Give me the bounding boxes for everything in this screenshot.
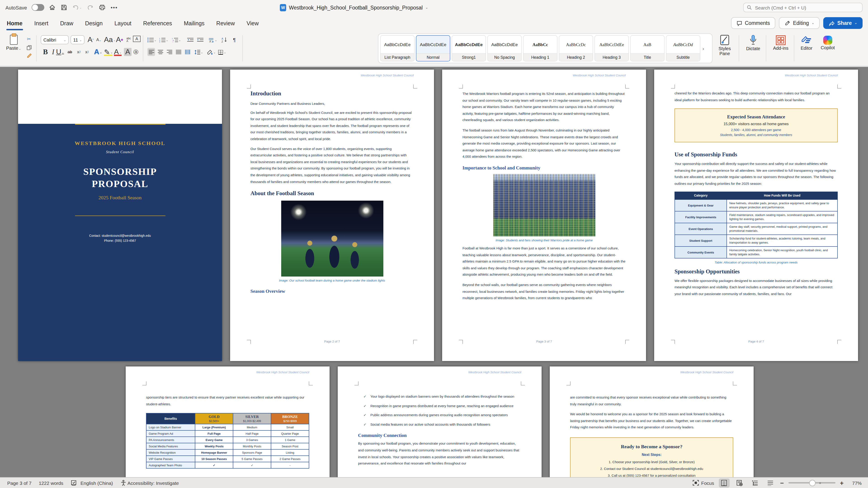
style-heading-3[interactable]: AaBbCcDdEe Heading 3 xyxy=(594,35,629,61)
align-left-icon[interactable] xyxy=(147,48,155,56)
tab-view[interactable]: View xyxy=(246,19,259,27)
zoom-in-button[interactable]: + xyxy=(840,479,844,486)
paste-button[interactable]: Paste⌄ xyxy=(4,34,23,51)
svg-text:i: i xyxy=(173,41,173,42)
clear-formatting-icon[interactable]: A◆ xyxy=(116,36,123,44)
justify-icon[interactable] xyxy=(175,48,182,56)
phonetic-guide-icon[interactable]: abcA xyxy=(125,36,132,44)
table-row: Game Program Ad Full Page Half Page Quar… xyxy=(146,430,309,437)
copilot-button[interactable]: Copilot xyxy=(817,34,838,51)
shading-icon[interactable]: ⌄ xyxy=(207,48,216,56)
grow-font-icon[interactable]: A^ xyxy=(87,36,94,44)
shrink-font-icon[interactable]: A⌄ xyxy=(95,36,103,44)
style-subtitle[interactable]: AaBbCcDd Subtitle xyxy=(666,35,700,61)
page-3[interactable]: Westbrook High School Student Council Th… xyxy=(442,70,646,361)
addins-button[interactable]: Add-ins xyxy=(770,34,792,51)
distribute-icon[interactable] xyxy=(184,48,191,56)
tab-design[interactable]: Design xyxy=(85,19,103,27)
proofing-icon[interactable] xyxy=(70,480,77,486)
page-5[interactable]: Westbrook High School Student Council sp… xyxy=(126,366,330,477)
decrease-indent-icon[interactable] xyxy=(186,36,194,44)
numbered-list-icon[interactable]: 123⌄ xyxy=(159,36,168,44)
borders-icon[interactable]: ⌄ xyxy=(218,48,226,56)
print-layout-view-button[interactable] xyxy=(719,478,730,487)
style-list-paragraph[interactable]: AaBbCcDdEe List Paragraph xyxy=(380,35,414,61)
highlight-color-icon[interactable]: ✎⌄ xyxy=(104,48,113,56)
subscript-icon[interactable]: x2 xyxy=(75,48,83,56)
title-dropdown-icon[interactable]: ⌄ xyxy=(426,6,428,9)
zoom-out-button[interactable]: − xyxy=(780,479,784,486)
tab-draw[interactable]: Draw xyxy=(60,19,74,27)
align-center-icon[interactable] xyxy=(156,48,164,56)
page-2[interactable]: Westbrook High School Student Council In… xyxy=(230,70,434,361)
page-1-cover[interactable]: WESTBROOK HIGH SCHOOL Student Council SP… xyxy=(18,70,222,361)
tab-mailings[interactable]: Mailings xyxy=(183,19,205,27)
accessibility-icon[interactable] xyxy=(120,480,127,486)
sort-icon[interactable]: AZ xyxy=(221,36,228,44)
format-painter-icon[interactable] xyxy=(26,53,32,59)
style-normal[interactable]: AaBbCcDdEe Normal xyxy=(416,35,450,61)
enclose-characters-icon[interactable]: ⓐ xyxy=(132,48,140,56)
copy-icon[interactable] xyxy=(26,45,32,51)
document-canvas[interactable]: WESTBROOK HIGH SCHOOL Student Council SP… xyxy=(0,67,868,477)
increase-indent-icon[interactable] xyxy=(196,36,204,44)
editing-mode-button[interactable]: Editing⌄ xyxy=(779,17,819,29)
page-header: Westbrook High School Student Council xyxy=(785,74,838,77)
editor-button[interactable]: Editor xyxy=(797,34,816,51)
font-name-select[interactable]: Calibri⌄ xyxy=(41,35,69,44)
underline-icon[interactable]: U⌄ xyxy=(56,48,64,56)
strikethrough-icon[interactable]: ab xyxy=(66,48,74,56)
style-strong1[interactable]: AaBbCcDdEe Strong1 xyxy=(452,35,486,61)
styles-gallery-expand-icon[interactable]: › xyxy=(703,46,704,51)
tab-layout[interactable]: Layout xyxy=(114,19,132,27)
style-no-spacing[interactable]: AaBbCcDdEe No Spacing xyxy=(487,35,522,61)
bullet-list-icon[interactable]: ⌄ xyxy=(147,36,156,44)
styles-pane-button[interactable]: Styles Pane xyxy=(714,34,735,56)
bold-icon[interactable]: B xyxy=(41,48,49,56)
document-title[interactable]: Westbrook_High_School_Football_Sponsorsh… xyxy=(289,5,423,10)
status-bar: Page 3 of 7 1222 words English (China) A… xyxy=(0,477,868,488)
search-box[interactable] xyxy=(743,3,863,12)
multilevel-list-icon[interactable]: 1ai⌄ xyxy=(172,36,181,44)
page-6[interactable]: Westbrook High School Student Council ✓ … xyxy=(338,366,541,477)
character-border-icon[interactable]: A xyxy=(133,36,141,42)
font-size-select[interactable]: 11⌄ xyxy=(70,35,85,44)
zoom-slider[interactable] xyxy=(788,482,835,484)
callout-step: 1. Choose your sponsorship level (Gold, … xyxy=(575,460,728,464)
style-heading-2[interactable]: AaBbCcDc Heading 2 xyxy=(559,35,593,61)
change-case-icon[interactable]: Aa⌄ xyxy=(104,36,116,44)
tab-insert[interactable]: Insert xyxy=(34,19,49,27)
show-marks-icon[interactable]: ¶ xyxy=(230,36,238,44)
page-7[interactable]: Westbrook High School Student Council ar… xyxy=(550,366,754,477)
style-heading-1[interactable]: AaBbCc Heading 1 xyxy=(523,35,557,61)
tab-review[interactable]: Review xyxy=(216,19,235,27)
outline-view-button[interactable] xyxy=(749,478,760,487)
text-effects-icon[interactable]: A⌄ xyxy=(94,48,102,56)
language-indicator[interactable]: English (China) xyxy=(81,480,113,486)
share-button[interactable]: Share⌄ xyxy=(823,17,863,29)
image-caption: Image: Our school football team during a… xyxy=(250,279,414,282)
search-input[interactable] xyxy=(754,4,859,11)
draft-view-button[interactable] xyxy=(765,478,776,487)
cut-icon[interactable]: ✂ xyxy=(25,35,33,42)
font-color-icon[interactable]: A⌄ xyxy=(114,48,122,56)
tab-home[interactable]: Home xyxy=(6,19,23,27)
accessibility-status[interactable]: Accessibility: Investigate xyxy=(127,480,179,486)
asian-layout-icon[interactable]: A⌄ xyxy=(208,36,217,44)
style-title[interactable]: AaB Title xyxy=(630,35,664,61)
tab-references[interactable]: References xyxy=(143,19,173,27)
word-count[interactable]: 1222 words xyxy=(39,480,63,486)
superscript-icon[interactable]: x2 xyxy=(83,48,91,56)
web-layout-view-button[interactable] xyxy=(734,478,745,487)
italic-icon[interactable]: I xyxy=(49,48,57,56)
dictate-button[interactable]: Dictate xyxy=(742,34,764,51)
page-4[interactable]: Westbrook High School Student Council ch… xyxy=(654,70,858,361)
zoom-slider-knob[interactable] xyxy=(809,480,815,486)
align-right-icon[interactable] xyxy=(165,48,173,56)
focus-button[interactable]: Focus xyxy=(692,480,714,486)
page-indicator[interactable]: Page 3 of 7 xyxy=(7,480,31,486)
comments-button[interactable]: Comments xyxy=(731,17,775,29)
character-shading-icon[interactable]: A xyxy=(124,48,131,56)
zoom-level[interactable]: 77% xyxy=(848,480,862,486)
line-spacing-icon[interactable]: ⌄ xyxy=(194,48,203,56)
